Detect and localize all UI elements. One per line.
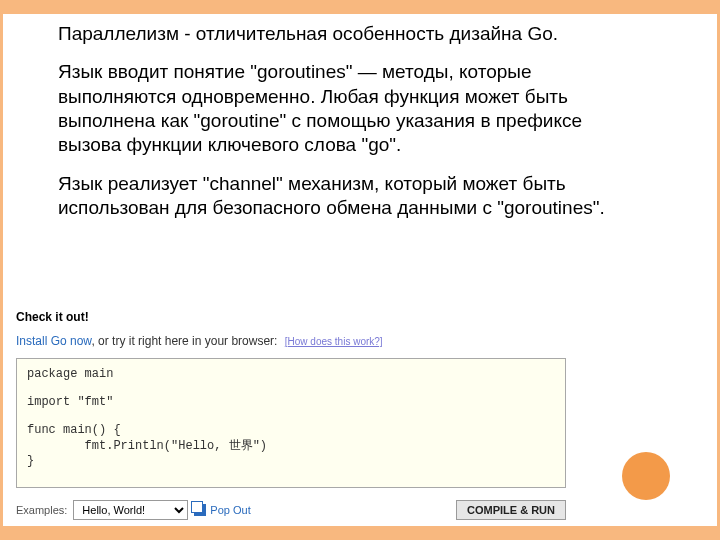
prompt-line: Install Go now, or try it right here in … bbox=[16, 334, 576, 348]
examples-label: Examples: bbox=[16, 504, 67, 516]
install-go-link[interactable]: Install Go now bbox=[16, 334, 91, 348]
paragraph-3: Язык реализует "channel" механизм, котор… bbox=[58, 172, 638, 221]
popout-label: Pop Out bbox=[210, 504, 250, 516]
check-it-out-heading: Check it out! bbox=[16, 310, 576, 324]
popout-link[interactable]: Pop Out bbox=[194, 504, 250, 516]
paragraph-1: Параллелизм - отличительная особенность … bbox=[58, 22, 638, 46]
prompt-rest: , or try it right here in your browser: bbox=[91, 334, 277, 348]
decorative-circle bbox=[622, 452, 670, 500]
slide-text-content: Параллелизм - отличительная особенность … bbox=[58, 22, 638, 234]
go-playground-widget: Check it out! Install Go now, or try it … bbox=[16, 310, 576, 520]
playground-toolbar: Examples: Hello, World! Pop Out COMPILE … bbox=[16, 500, 566, 520]
paragraph-2: Язык вводит понятие "goroutines" — метод… bbox=[58, 60, 638, 157]
popout-icon bbox=[194, 504, 206, 516]
compile-run-button[interactable]: COMPILE & RUN bbox=[456, 500, 566, 520]
examples-select[interactable]: Hello, World! bbox=[73, 500, 188, 520]
code-editor[interactable]: package main import "fmt" func main() { … bbox=[16, 358, 566, 488]
how-does-this-work-link[interactable]: [How does this work?] bbox=[285, 336, 383, 347]
